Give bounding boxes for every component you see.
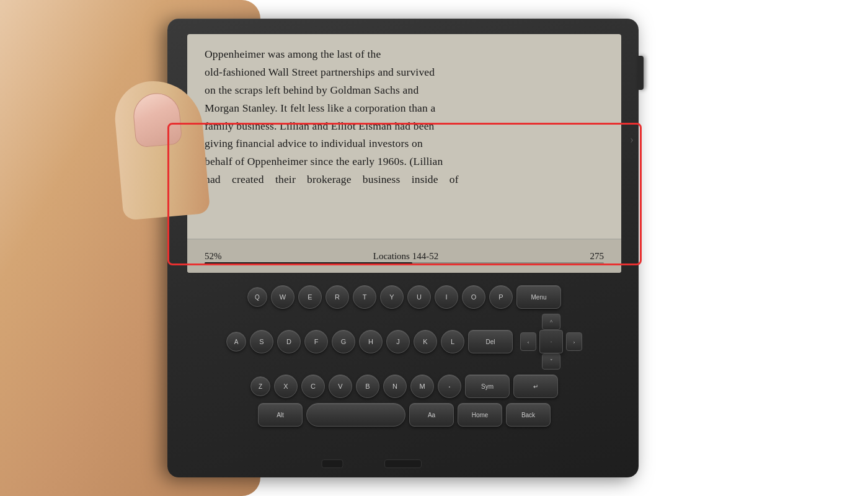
key-home[interactable]: Home	[458, 403, 502, 427]
nav-center-button[interactable]: ·	[539, 330, 563, 353]
key-k[interactable]: K	[414, 330, 437, 353]
keyboard-row-3: Z X C V B N M · Sym ↵	[187, 374, 621, 398]
key-l[interactable]: L	[441, 330, 464, 353]
key-b[interactable]: B	[356, 374, 379, 398]
key-t[interactable]: T	[353, 285, 376, 309]
key-s[interactable]: S	[250, 330, 273, 353]
power-port	[322, 459, 343, 468]
key-enter[interactable]: ↵	[513, 374, 558, 398]
key-del[interactable]: Del	[468, 330, 513, 353]
highlighted-word: created	[232, 173, 264, 185]
status-bar: 52% Locations 144-52 275	[187, 239, 621, 273]
key-y[interactable]: Y	[380, 285, 404, 309]
key-period[interactable]: ·	[438, 374, 461, 398]
key-c[interactable]: C	[301, 374, 325, 398]
key-sym[interactable]: Sym	[465, 374, 510, 398]
key-alt[interactable]: Alt	[258, 403, 303, 427]
book-text: Oppenheimer was among the last of the ol…	[205, 45, 604, 188]
scene: Oppenheimer was among the last of the ol…	[0, 0, 868, 496]
keyboard-row-1: Q W E R T Y U I O P Menu	[187, 285, 621, 309]
key-o[interactable]: O	[462, 285, 485, 309]
key-a[interactable]: A	[226, 332, 246, 352]
key-r[interactable]: R	[326, 285, 349, 309]
progress-percent: 52%	[205, 251, 222, 262]
progress-bar-container	[205, 262, 604, 264]
key-f[interactable]: F	[304, 330, 328, 353]
key-back[interactable]: Back	[506, 403, 551, 427]
key-space[interactable]	[306, 403, 405, 427]
keyboard-row-bottom: Alt Aa Home Back	[187, 403, 621, 427]
key-h[interactable]: H	[359, 330, 383, 353]
screen-content: Oppenheimer was among the last of the ol…	[187, 34, 621, 196]
nav-right-button[interactable]: ›	[566, 332, 582, 351]
key-aa[interactable]: Aa	[409, 403, 454, 427]
key-n[interactable]: N	[383, 374, 407, 398]
key-u[interactable]: U	[407, 285, 431, 309]
key-v[interactable]: V	[329, 374, 352, 398]
progress-bar-fill	[205, 262, 412, 264]
side-button[interactable]	[637, 56, 644, 90]
key-menu[interactable]: Menu	[516, 285, 561, 309]
key-w[interactable]: W	[271, 285, 294, 309]
location-info: Locations 144-52	[222, 251, 590, 262]
fingernail	[131, 91, 182, 148]
keyboard: Q W E R T Y U I O P Menu A S D F G H J	[187, 285, 621, 456]
key-x[interactable]: X	[274, 374, 298, 398]
key-d[interactable]: D	[277, 330, 301, 353]
page-number: 275	[590, 251, 604, 262]
usb-port	[384, 459, 422, 468]
key-g[interactable]: G	[332, 330, 355, 353]
key-z[interactable]: Z	[250, 376, 270, 396]
key-q[interactable]: Q	[247, 287, 267, 307]
key-e[interactable]: E	[298, 285, 322, 309]
page-forward-arrow[interactable]: ›	[630, 133, 634, 146]
kindle-screen: Oppenheimer was among the last of the ol…	[187, 34, 621, 273]
keyboard-row-2: A S D F G H J K L Del ^ ˅ ‹ › ·	[187, 314, 621, 370]
key-p[interactable]: P	[489, 285, 513, 309]
nav-left-button[interactable]: ‹	[520, 332, 536, 351]
nav-up-button[interactable]: ^	[542, 314, 560, 330]
key-i[interactable]: I	[435, 285, 458, 309]
key-j[interactable]: J	[386, 330, 410, 353]
key-m[interactable]: M	[410, 374, 434, 398]
nav-down-button[interactable]: ˅	[542, 353, 560, 370]
kindle-device: Oppenheimer was among the last of the ol…	[167, 19, 639, 477]
